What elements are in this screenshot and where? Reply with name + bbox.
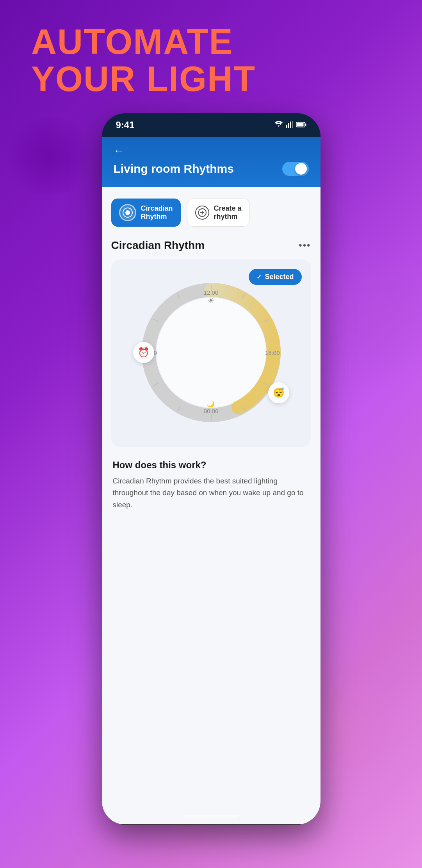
create-icon <box>195 206 209 220</box>
sleep-badge[interactable]: 😴 <box>268 382 289 403</box>
clock-dial: 12:00 ☀ 🌙 00:00 06:00 18:00 ⏰ <box>137 278 285 427</box>
how-body: Circadian Rhythm provides the best suite… <box>113 475 310 511</box>
rhythm-section-title: Circadian Rhythm <box>111 239 205 252</box>
phone-frame: 9:41 <box>102 113 321 825</box>
status-icons <box>274 121 306 130</box>
page-title: Living room Rhythms <box>114 162 234 175</box>
svg-rect-5 <box>297 123 303 126</box>
tab-create-label: Create a rhythm <box>214 204 242 221</box>
tab-circadian[interactable]: Circadian Rhythm <box>111 199 181 227</box>
clock-dial-wrapper: 12:00 ☀ 🌙 00:00 06:00 18:00 ⏰ <box>121 270 302 435</box>
clock-label-18: 18:00 <box>265 349 280 356</box>
status-bar: 9:41 <box>102 113 321 137</box>
circadian-icon <box>119 204 136 221</box>
alarm-icon: ⏰ <box>138 347 150 358</box>
moon-icon: 🌙 <box>204 400 219 408</box>
sleep-icon: 😴 <box>273 387 285 398</box>
back-button[interactable]: ← <box>114 145 125 157</box>
section-title-row: Circadian Rhythm ••• <box>111 239 311 252</box>
how-title: How does this work? <box>113 460 310 471</box>
signal-icon <box>286 121 293 130</box>
home-indicator <box>184 815 239 818</box>
svg-point-7 <box>125 210 130 215</box>
svg-rect-6 <box>305 123 306 126</box>
svg-rect-0 <box>286 125 287 128</box>
more-options-button[interactable]: ••• <box>299 240 311 251</box>
clock-label-00: 🌙 00:00 <box>204 400 219 414</box>
alarm-badge[interactable]: ⏰ <box>133 342 154 363</box>
toggle-thumb <box>295 163 307 175</box>
status-time: 9:41 <box>116 120 135 131</box>
svg-rect-2 <box>290 122 291 128</box>
app-header: ← Living room Rhythms <box>102 137 321 187</box>
battery-icon <box>296 122 306 129</box>
enable-toggle[interactable] <box>282 162 309 176</box>
sun-icon: ☀ <box>204 296 219 305</box>
wifi-icon <box>274 121 283 130</box>
tab-circadian-label: Circadian Rhythm <box>141 204 173 221</box>
svg-rect-1 <box>288 123 289 128</box>
tab-create-rhythm[interactable]: Create a rhythm <box>187 199 250 227</box>
main-content: Circadian Rhythm Create a rhythm Circadi <box>102 187 321 824</box>
rhythm-tabs: Circadian Rhythm Create a rhythm <box>111 199 311 227</box>
clock-card: ✓ Selected <box>111 260 311 447</box>
hero-title: AUTOMATE YOUR LIGHT <box>31 23 256 97</box>
clock-label-12: 12:00 ☀ <box>204 289 219 305</box>
svg-rect-3 <box>292 121 293 128</box>
how-section: How does this work? Circadian Rhythm pro… <box>111 460 311 511</box>
svg-point-37 <box>157 298 266 407</box>
